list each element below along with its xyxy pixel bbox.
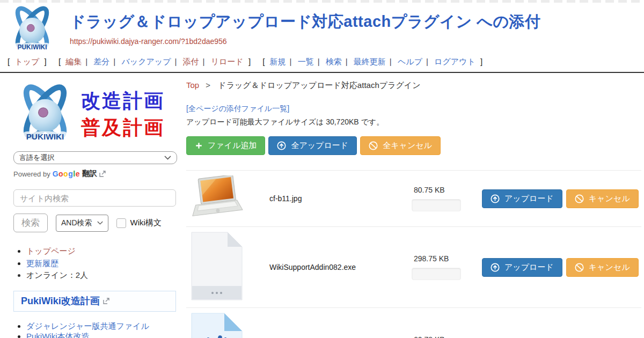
translate-label: 翻訳: [82, 169, 97, 179]
nav-separator: |: [113, 57, 115, 66]
file-row: contents.html 60.78 KB アップロード: [186, 307, 641, 338]
bracket: ]: [45, 57, 47, 66]
wiki-syntax-label: Wiki構文: [130, 218, 162, 228]
nav-link-list[interactable]: 一覧: [298, 57, 314, 66]
list-item: PukiWiki本体改造: [26, 332, 177, 338]
all-attachments-link[interactable]: [全ページの添付ファイル一覧]: [186, 104, 289, 114]
logo-slogan-line2: 普及計画: [81, 114, 165, 141]
nav-link-new[interactable]: 新規: [270, 57, 286, 66]
sidebar-link-core-mods[interactable]: PukiWiki本体改造: [26, 332, 90, 338]
pukiwiki-atom-logo-icon: PUKIWIKI: [13, 83, 77, 145]
upload-action-bar: ファイル追加 全アップロード 全キャンセル: [186, 136, 641, 155]
breadcrumb-separator: >: [206, 80, 210, 90]
cancel-all-button[interactable]: 全キャンセル: [360, 136, 441, 155]
nav-link-edit[interactable]: 編集: [65, 57, 82, 66]
logo-brand-text: PUKIWIKI: [26, 132, 64, 141]
nav-link-backup[interactable]: バックアップ: [121, 57, 171, 66]
circle-arrow-up-icon: [491, 194, 500, 203]
external-link-icon: [103, 298, 109, 304]
bracket: ]: [248, 57, 251, 66]
nav-link-help[interactable]: ヘルプ: [398, 57, 422, 66]
bracket: ]: [480, 57, 482, 66]
upload-button[interactable]: アップロード: [482, 258, 562, 277]
breadcrumb: Top > ドラッグ＆ドロップアップロード対応attachプラグイン: [186, 80, 641, 91]
generic-file-icon: [190, 232, 244, 300]
file-size: 80.75 KB: [412, 186, 472, 194]
ban-circle-icon: [369, 141, 378, 150]
circle-arrow-up-icon: [277, 141, 286, 150]
list-item: オンライン：2人: [26, 271, 177, 280]
wiki-syntax-checkbox[interactable]: [116, 218, 126, 228]
sidebar-site-links: ダジャレンジャー版共通ファイル PukiWiki本体改造 PukiWikiテキス…: [13, 321, 177, 338]
nav-link-reload[interactable]: リロード: [211, 57, 244, 66]
nav-separator: |: [318, 57, 320, 66]
nav-separator: |: [346, 57, 348, 66]
list-item: ダジャレンジャー版共通ファイル: [26, 321, 177, 330]
google-logo: Google: [53, 170, 80, 178]
ban-circle-icon: [575, 263, 584, 272]
upload-button[interactable]: アップロード: [482, 189, 562, 208]
search-mode-value: AND検索: [61, 218, 92, 228]
nav-link-logout[interactable]: ログアウト: [434, 57, 475, 66]
upload-all-button[interactable]: 全アップロード: [268, 136, 357, 155]
search-mode-select[interactable]: AND検索: [56, 215, 108, 232]
top-nav: [ トップ ] [ 編集| 差分| バックアップ| 添付| リロード ] [ 新…: [0, 53, 644, 72]
breadcrumb-home-link[interactable]: Top: [186, 80, 199, 90]
site-header: PUKIWIKI ドラッグ＆ドロップアップロード対応attachプラグイン への…: [0, 3, 644, 53]
chevron-down-icon: [164, 156, 171, 160]
file-row: cf-b11.jpg 80.75 KB アップロード: [186, 170, 641, 226]
bracket: [: [58, 57, 61, 66]
cancel-button[interactable]: キャンセル: [566, 258, 639, 277]
nav-link-search[interactable]: 検索: [326, 57, 342, 66]
cancel-button[interactable]: キャンセル: [566, 189, 639, 208]
file-row: WikiSupportAddin082.exe 298.75 KB アップロード: [186, 226, 641, 307]
upload-progress-bar: [412, 199, 461, 211]
html-code-file-icon: [190, 313, 244, 338]
ban-circle-icon: [575, 194, 584, 203]
nav-link-top[interactable]: トップ: [14, 57, 39, 66]
add-files-button[interactable]: ファイル追加: [186, 136, 265, 155]
sidebar-link-top-page[interactable]: トップページ: [26, 246, 76, 255]
nav-separator: |: [175, 57, 177, 66]
logo-slogan-line1: 改造計画: [81, 87, 165, 114]
search-button[interactable]: 検索: [13, 214, 48, 232]
sidebar-site-title-box[interactable]: PukiWiki改造計画: [13, 291, 176, 312]
file-name: WikiSupportAddin082.exe: [269, 263, 412, 271]
nav-link-diff[interactable]: 差分: [93, 57, 109, 66]
plus-icon: [195, 142, 203, 150]
file-size: 298.75 KB: [412, 254, 472, 263]
sidebar-site-title: PukiWiki改造計画: [21, 295, 100, 307]
main-content: Top > ドラッグ＆ドロップアップロード対応attachプラグイン [全ページ…: [178, 73, 644, 338]
chevron-down-icon: [97, 221, 103, 225]
nav-separator: |: [426, 57, 428, 66]
bracket: [: [8, 57, 10, 66]
nav-separator: |: [85, 57, 87, 66]
list-item: 更新履歴: [26, 259, 177, 268]
nav-separator: |: [203, 57, 205, 66]
site-search-input[interactable]: [13, 189, 176, 207]
upload-progress-bar: [412, 268, 461, 280]
sidebar: PUKIWIKI 改造計画 普及計画 言語を選択 Powered by Goog…: [0, 73, 178, 338]
nav-link-recent[interactable]: 最終更新: [354, 57, 386, 66]
breadcrumb-current: ドラッグ＆ドロップアップロード対応attachプラグイン: [218, 80, 420, 90]
circle-arrow-up-icon: [491, 263, 500, 272]
language-select[interactable]: 言語を選択: [13, 151, 177, 164]
upload-file-list: cf-b11.jpg 80.75 KB アップロード: [186, 170, 641, 338]
pukiwiki-atom-logo-icon[interactable]: PUKIWIKI: [8, 5, 57, 53]
file-name: cf-b11.jpg: [269, 194, 412, 203]
google-translate-attribution: Powered by Google 翻訳: [13, 169, 177, 179]
sidebar-link-recent-changes[interactable]: 更新履歴: [26, 259, 58, 268]
bracket: [: [262, 57, 265, 66]
page-url-link[interactable]: https://pukiwiki.dajya-ranger.com/?1bd2d…: [70, 37, 227, 46]
sidebar-logo[interactable]: PUKIWIKI 改造計画 普及計画: [13, 83, 177, 145]
nav-separator: |: [390, 57, 392, 66]
external-link-icon: [99, 171, 106, 177]
nav-link-attach[interactable]: 添付: [183, 57, 199, 66]
file-size: 60.78 KB: [412, 335, 472, 338]
online-count: オンライン：2人: [26, 270, 88, 280]
sidebar-link-common-files[interactable]: ダジャレンジャー版共通ファイル: [26, 321, 149, 330]
page-title: ドラッグ＆ドロップアップロード対応attachプラグイン への添付: [70, 11, 541, 33]
powered-by-text: Powered by: [13, 170, 50, 178]
laptop-photo-thumbnail: [190, 175, 245, 219]
logo-brand-text: PUKIWIKI: [18, 43, 47, 51]
